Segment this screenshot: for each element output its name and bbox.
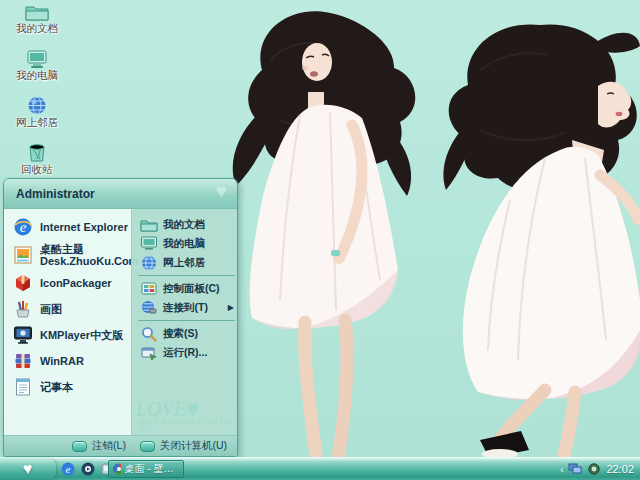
submenu-arrow-icon: ▶: [228, 303, 234, 312]
start-button[interactable]: ♥: [0, 458, 56, 480]
menu-item-notepad[interactable]: 记事本: [10, 374, 131, 400]
menu-item-desktop-theme[interactable]: 桌酷主题Desk.ZhuoKu.Com: [10, 240, 131, 270]
my-computer-icon: [139, 235, 158, 252]
menu-item-internet-explorer[interactable]: e Internet Explorer: [10, 214, 131, 240]
menu-item-connect-to[interactable]: 连接到(T) ▶: [138, 298, 237, 317]
start-menu-places-list: 我的文档 我的电脑 网上邻居: [131, 209, 237, 436]
menu-item-network-places[interactable]: 网上邻居: [138, 253, 237, 272]
desktop-icon-label: 回收站: [21, 164, 53, 175]
taskbar: ♥ e › 桌面 - 壁纸 - 桌酷... ‹ 2: [0, 457, 640, 480]
desktop-icon-network-places[interactable]: 网上邻居: [6, 96, 68, 130]
menu-separator: [138, 320, 235, 321]
menu-separator: [138, 275, 235, 276]
menu-item-kmplayer[interactable]: KMPlayer中文版: [10, 322, 131, 348]
recycle-bin-icon: [27, 143, 47, 162]
notepad-icon: [12, 377, 34, 397]
desktop-icon-label: 我的电脑: [16, 70, 58, 81]
run-icon: [139, 344, 158, 361]
menu-item-winrar[interactable]: WinRAR: [10, 348, 131, 374]
my-computer-icon: [25, 49, 49, 68]
system-tray: ‹ 22:02: [560, 458, 640, 480]
quick-launch-ie-icon[interactable]: e: [60, 462, 75, 477]
my-documents-icon: [25, 2, 49, 21]
menu-item-paint[interactable]: 画图: [10, 296, 131, 322]
tray-collapse-icon[interactable]: ‹: [560, 464, 563, 475]
desktop-icon-label: 网上邻居: [16, 117, 58, 128]
desktop-theme-icon: [12, 245, 34, 265]
menu-item-search[interactable]: 搜索(S): [138, 324, 237, 343]
taskbar-clock[interactable]: 22:02: [606, 463, 634, 475]
heart-icon: ♥: [215, 180, 227, 203]
iconpackager-icon: [12, 273, 34, 293]
desktop-icon-my-documents[interactable]: 我的文档: [6, 2, 68, 36]
log-off-button[interactable]: 注销(L): [72, 439, 126, 453]
watermark-caption: ACCOMPANY WITH U: [140, 418, 237, 432]
menu-item-iconpackager[interactable]: IconPackager: [10, 270, 131, 296]
quick-launch-player-icon[interactable]: [80, 462, 95, 477]
svg-text:e: e: [65, 463, 70, 475]
start-menu: Administrator ♥ e Internet Explorer 桌酷主题…: [3, 178, 238, 457]
control-panel-icon: [139, 280, 158, 297]
logged-in-user: Administrator: [16, 187, 95, 201]
kmplayer-icon: [12, 325, 34, 345]
tray-network-icon[interactable]: [568, 463, 582, 476]
my-documents-icon: [139, 216, 158, 233]
start-heart-icon: ♥: [22, 460, 33, 479]
shut-down-icon: [140, 441, 155, 452]
winrar-icon: [12, 351, 34, 371]
start-menu-footer: 注销(L) 关闭计算机(U): [4, 435, 237, 456]
network-places-icon: [139, 254, 158, 271]
desktop-icon-label: 我的文档: [16, 23, 58, 34]
menu-item-my-computer[interactable]: 我的电脑: [138, 234, 237, 253]
menu-item-control-panel[interactable]: 控制面板(C): [138, 279, 237, 298]
network-places-icon: [27, 96, 47, 115]
desktop-icon-recycle-bin[interactable]: 回收站: [6, 143, 68, 177]
connect-to-icon: [139, 299, 158, 316]
internet-explorer-icon: e: [12, 217, 34, 237]
desktop: 我的文档 我的电脑 网上邻居 回收站 Administrator ♥: [0, 0, 640, 480]
desktop-icon-list: 我的文档 我的电脑 网上邻居 回收站: [6, 2, 68, 177]
start-menu-pinned-list: e Internet Explorer 桌酷主题Desk.ZhuoKu.Com …: [4, 209, 131, 436]
start-menu-body: e Internet Explorer 桌酷主题Desk.ZhuoKu.Com …: [4, 209, 237, 436]
desktop-icon-my-computer[interactable]: 我的电脑: [6, 49, 68, 83]
tray-volume-icon[interactable]: [587, 463, 601, 476]
menu-item-my-documents[interactable]: 我的文档: [138, 215, 237, 234]
menu-item-run[interactable]: 运行(R)...: [138, 343, 237, 362]
taskbar-task-button[interactable]: 桌面 - 壁纸 - 桌酷...: [108, 460, 184, 478]
paint-icon: [12, 299, 34, 319]
search-icon: [139, 325, 158, 342]
start-menu-header: Administrator ♥: [4, 179, 237, 209]
shut-down-button[interactable]: 关闭计算机(U): [140, 439, 227, 453]
wallpaper-app-icon: [113, 463, 121, 475]
log-off-icon: [72, 441, 87, 452]
